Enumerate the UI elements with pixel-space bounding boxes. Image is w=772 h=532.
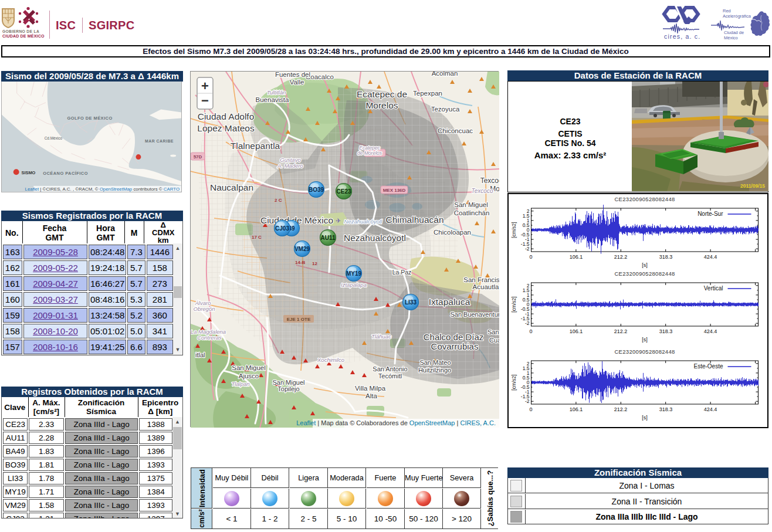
- svg-text:+: +: [201, 79, 209, 93]
- svg-text:A. Madero: A. Madero: [277, 162, 303, 169]
- svg-text:MAR CARIBE: MAR CARIBE: [145, 138, 174, 143]
- svg-text:SISMO: SISMO: [22, 170, 36, 175]
- svg-text:CE23: CE23: [336, 188, 351, 195]
- svg-text:Tláhuac: Tláhuac: [371, 333, 391, 340]
- svg-text:VM29: VM29: [294, 246, 310, 252]
- svg-text:Ciudad Adolfo: Ciudad Adolfo: [198, 111, 255, 121]
- svg-text:de Morelos: de Morelos: [357, 150, 382, 156]
- svg-text:Chalco de Díaz: Chalco de Díaz: [424, 332, 484, 342]
- svg-text:EJE 1 OTE: EJE 1 OTE: [287, 317, 311, 322]
- svg-text:GOLFO DE MÉXICO: GOLFO DE MÉXICO: [67, 116, 112, 121]
- svg-text:San Buenaventura: San Buenaventura: [450, 311, 499, 318]
- svg-text:San Mateo: San Mateo: [419, 359, 451, 366]
- svg-text:Nezahualcóyotl: Nezahualcóyotl: [344, 218, 383, 225]
- svg-text:LI33: LI33: [405, 299, 417, 306]
- svg-text:2011/09/15: 2011/09/15: [740, 183, 765, 189]
- svg-text:Buenavista: Buenavista: [256, 96, 290, 103]
- svg-text:Texcoco de: Texcoco de: [480, 177, 499, 185]
- svg-text:[s]: [s]: [642, 415, 648, 421]
- svg-text:Vertical: Vertical: [704, 285, 723, 292]
- svg-text:[cm/s2]: [cm/s2]: [511, 296, 517, 312]
- svg-text:BO39: BO39: [309, 187, 324, 193]
- svg-text:San Miguel: San Miguel: [232, 364, 266, 371]
- svg-text:Red: Red: [723, 8, 731, 13]
- svg-text:Cd.México: Cd.México: [45, 135, 63, 140]
- svg-text:[cm/s2]: [cm/s2]: [511, 374, 517, 390]
- svg-text:Nezahualcóyotl: Nezahualcóyotl: [344, 233, 406, 243]
- svg-text:Fuentes del: Fuentes del: [275, 72, 310, 78]
- svg-text:Topilejo: Topilejo: [277, 385, 299, 392]
- svg-text:14-B: 14-B: [295, 260, 306, 265]
- svg-text:57D: 57D: [194, 154, 202, 160]
- svg-text:San Francisco: San Francisco: [463, 276, 499, 283]
- svg-text:CJ03: CJ03: [275, 225, 289, 232]
- svg-text:Acelerógráfica: Acelerógráfica: [723, 13, 751, 19]
- svg-text:212.2: 212.2: [614, 254, 628, 260]
- svg-text:MEX 136D: MEX 136D: [383, 188, 406, 193]
- svg-text:Tepexpan: Tepexpan: [413, 90, 442, 97]
- svg-text:106.1: 106.1: [570, 328, 583, 334]
- svg-text:Chiconcuac: Chiconcuac: [438, 127, 473, 134]
- svg-text:AU11: AU11: [320, 235, 335, 241]
- svg-text:Norte-Sur: Norte-Sur: [697, 211, 723, 217]
- svg-text:Lopez Mateos: Lopez Mateos: [197, 123, 255, 133]
- svg-text:MY19: MY19: [346, 270, 362, 277]
- svg-text:CE2320090528082448: CE2320090528082448: [614, 270, 675, 277]
- svg-text:-2: -2: [525, 398, 530, 404]
- svg-text:CE2320090528082448: CE2320090528082448: [614, 196, 675, 202]
- svg-text:Tecómitl: Tecómitl: [378, 372, 402, 379]
- svg-text:12: 12: [312, 261, 317, 266]
- svg-text:San Miguel: San Miguel: [454, 201, 488, 208]
- svg-text:424.4: 424.4: [704, 406, 717, 412]
- svg-text:318.3: 318.3: [659, 406, 673, 412]
- svg-text:-2: -2: [525, 246, 530, 252]
- svg-text:106.1: 106.1: [570, 254, 583, 260]
- svg-text:318.3: 318.3: [659, 328, 673, 334]
- svg-text:212.2: 212.2: [614, 406, 628, 412]
- svg-text:OCÉANO PACÍFICO: OCÉANO PACÍFICO: [43, 171, 88, 176]
- svg-text:México: México: [724, 35, 738, 40]
- svg-text:Valle: Valle: [290, 79, 304, 86]
- svg-text:2 C: 2 C: [275, 198, 282, 203]
- svg-text:0: 0: [529, 406, 532, 412]
- svg-text:[cm/s2]: [cm/s2]: [511, 222, 517, 238]
- svg-text:Villa Milpa: Villa Milpa: [355, 385, 386, 392]
- svg-text:Ecatepec de: Ecatepec de: [357, 89, 407, 99]
- svg-text:Morelos: Morelos: [365, 100, 398, 110]
- svg-text:424.4: 424.4: [704, 328, 717, 334]
- svg-text:Texcoco: Texcoco: [472, 188, 493, 194]
- svg-text:Chimalhuacán: Chimalhuacán: [385, 215, 443, 225]
- svg-text:−: −: [201, 93, 209, 108]
- svg-text:Huitzilzingo: Huitzilzingo: [418, 367, 451, 374]
- svg-text:212.2: 212.2: [614, 328, 628, 334]
- svg-text:17 C: 17 C: [252, 235, 262, 240]
- svg-text:Chicoloapan: Chicoloapan: [434, 229, 471, 236]
- svg-text:Tlalpan: Tlalpan: [231, 381, 249, 387]
- svg-text:Acuautla: Acuautla: [473, 283, 499, 290]
- svg-text:106.1: 106.1: [570, 406, 583, 412]
- svg-text:Tultitlán: Tultitlán: [267, 89, 286, 96]
- svg-text:cires, a. c.: cires, a. c.: [664, 33, 700, 40]
- svg-text:Leaflet | Map data © Colaborad: Leaflet | Map data © Colaboradores de Op…: [296, 419, 496, 426]
- svg-text:San Ma: San Ma: [487, 328, 499, 336]
- svg-text:0: 0: [529, 254, 532, 260]
- svg-text:CE2320090528082448: CE2320090528082448: [614, 348, 675, 355]
- svg-text:Tlalnepantla: Tlalnepantla: [231, 141, 280, 151]
- svg-text:Leaflet | ©CIRES, A.C. , ©RACM: Leaflet | ©CIRES, A.C. , ©RACM, © OpenSt…: [25, 186, 180, 191]
- svg-text:Obregón: Obregón: [194, 306, 215, 312]
- svg-text:itlal: itlal: [195, 351, 205, 358]
- svg-text:0: 0: [529, 328, 532, 334]
- svg-text:Iztapalapa: Iztapalapa: [341, 282, 367, 288]
- svg-text:Covarrubias: Covarrubias: [431, 341, 479, 351]
- svg-text:Xochimilco: Xochimilco: [317, 357, 344, 363]
- svg-text:Tezoyuca: Tezoyuca: [431, 106, 460, 113]
- svg-text:Ciudad de: Ciudad de: [724, 30, 744, 35]
- svg-text:-2: -2: [525, 320, 530, 326]
- svg-text:318.3: 318.3: [659, 254, 673, 260]
- svg-text:[s]: [s]: [642, 262, 648, 268]
- svg-text:424.4: 424.4: [704, 254, 717, 260]
- svg-text:Alta: Alta: [365, 392, 377, 399]
- svg-text:San Antonio: San Antonio: [373, 365, 407, 372]
- svg-text:Ixtapaluca: Ixtapaluca: [429, 297, 470, 307]
- svg-text:[s]: [s]: [642, 337, 648, 343]
